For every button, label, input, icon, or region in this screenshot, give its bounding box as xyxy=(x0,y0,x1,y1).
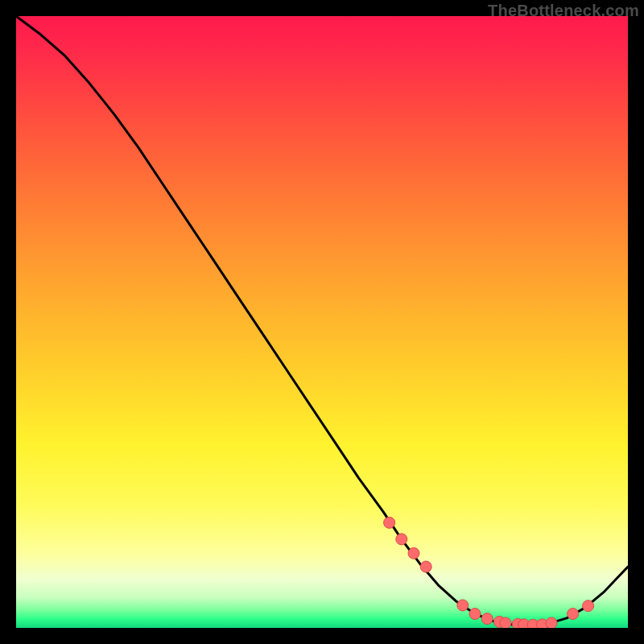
data-point xyxy=(384,517,395,528)
data-point xyxy=(457,600,469,611)
data-point xyxy=(583,601,594,612)
data-point xyxy=(420,561,431,572)
data-point xyxy=(469,609,481,620)
watermark-text: TheBottleneck.com xyxy=(488,2,639,20)
data-point xyxy=(408,547,419,559)
plot-area xyxy=(16,16,628,628)
data-point xyxy=(546,617,557,628)
data-point xyxy=(481,613,493,625)
bottleneck-curve xyxy=(16,16,628,625)
chart-frame: TheBottleneck.com xyxy=(0,0,644,644)
data-point xyxy=(396,534,407,545)
data-point xyxy=(568,609,579,620)
chart-overlay xyxy=(16,16,628,628)
data-point xyxy=(500,617,511,628)
